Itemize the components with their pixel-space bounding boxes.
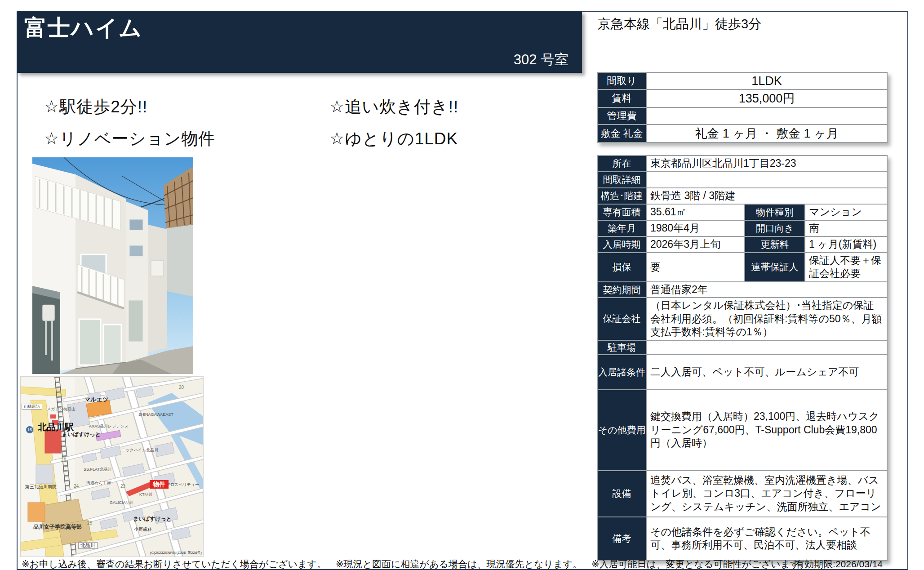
table-row: 契約期間 普通借家2年 — [597, 282, 887, 298]
map-label: 25 — [87, 521, 92, 525]
map-copyright: (C)2023ZENRIN(Z05E-第228号) — [150, 550, 202, 555]
property-flyer: 富士ハイム 302 号室 京急本線「北品川」徒歩3分 ☆駅徒歩2分!! ☆追い炊… — [0, 0, 924, 570]
disclaimer-text: ※お申し込み後、審査の結果お断りさせていただく場合がございます。 ※現況と図面に… — [22, 558, 809, 570]
row-label: 物件種別 — [745, 204, 805, 220]
row-label: 入居時期 — [597, 236, 646, 253]
map-label: 24 — [74, 484, 79, 489]
map-label: 山橋東詰 — [22, 404, 42, 410]
table-row: 損保 要 連帯保証人 保証人不要＋保証会社必要 — [597, 253, 887, 282]
map-label: 26 — [61, 458, 66, 463]
row-label: 敷金 礼金 — [597, 125, 646, 142]
map-label: 街道めん工房 — [86, 481, 111, 485]
row-value: 礼金 1 ヶ月 ・ 敷金 1 ヶ月 — [646, 125, 887, 142]
row-value: 二人入居可、ペット不可、ルームシェア不可 — [646, 355, 887, 390]
map-label: 小野歯科 — [134, 527, 152, 532]
row-value: 1LDK — [646, 72, 887, 89]
row-label: 賃料 — [597, 89, 646, 107]
room-number: 302 号室 — [514, 50, 569, 69]
map-label: メガロン御殿山 — [47, 407, 76, 411]
map-label: 北品川駅 — [38, 423, 74, 432]
table-row: 所在 東京都品川区北品川1丁目23-23 — [597, 156, 887, 172]
row-value — [646, 107, 887, 125]
property-marker-label: 物件 — [150, 480, 169, 489]
row-label: 駐車場 — [597, 340, 646, 355]
station-building — [45, 430, 61, 453]
row-value: 1 ヶ月(新賃料) — [805, 236, 887, 253]
gas-meter — [42, 305, 55, 321]
header: 富士ハイム 302 号室 — [17, 11, 582, 73]
expiry-date: 有効期限:2026/03/14 — [795, 558, 883, 570]
row-label: 契約期間 — [597, 282, 646, 298]
row-value — [646, 340, 887, 355]
table-row: 保証会社 （日本レンタル保証株式会社）･当社指定の保証会社利用必須。（初回保証料… — [597, 298, 887, 340]
table-row: 設備 追焚バス、浴室乾燥機、室内洗濯機置き場、バストイレ別、コンロ3口、エアコン… — [597, 471, 887, 517]
row-label: 間取詳細 — [597, 172, 646, 188]
table-row: 駐車場 — [597, 340, 887, 355]
row-value: 135,000円 — [646, 89, 887, 107]
row-value: マンション — [805, 204, 887, 220]
row-value: 保証人不要＋保証会社必要 — [805, 253, 887, 282]
row-label: 備考 — [597, 517, 646, 561]
table-row: 入居諸条件 二人入居可、ペット不可、ルームシェア不可 — [597, 355, 887, 390]
row-value: 追焚バス、浴室乾燥機、室内洗濯機置き場、バストイレ別、コンロ3口、エアコン付き、… — [646, 471, 887, 517]
road-sign-kitashinagawa: 北品川 — [78, 542, 98, 549]
table-row: 間取詳細 — [597, 172, 887, 188]
row-value: 1980年4月 — [646, 220, 745, 236]
map-label: マルエツ — [84, 396, 108, 402]
table-row: 間取り 1LDK — [597, 72, 887, 89]
map-label: SS.FLAT北品川 — [84, 468, 112, 472]
row-value — [646, 172, 887, 188]
table-row: 入居時期 2026年3月上旬 更新料 1 ヶ月(新賃料) — [597, 236, 887, 253]
table-row: 備考 その他諸条件を必ずご確認ください。ペット不可、事務所利用不可、民泊不可、法… — [597, 517, 887, 561]
map-label: AXAS品川レジデンス — [89, 424, 129, 428]
row-label: その他費用 — [597, 390, 646, 471]
row-label: 入居諸条件 — [597, 355, 646, 390]
table-row: 専有面積 35.61㎡ 物件種別 マンション — [597, 204, 887, 220]
building-photo-illustration — [32, 157, 193, 374]
highlight-1ldk: ☆ゆとりの1LDK — [329, 128, 458, 150]
row-label: 損保 — [597, 253, 646, 282]
row-label: 更新料 — [745, 236, 805, 253]
row-label: 所在 — [597, 156, 646, 172]
row-value: 普通借家2年 — [646, 282, 887, 298]
row-value: 鍵交換費用（入居時）23,100円、退去時ハウスクリーニング67,600円、T-… — [646, 390, 887, 471]
highlight-reheating-bath: ☆追い炊き付き!! — [329, 96, 458, 118]
row-label: 開口向き — [745, 220, 805, 236]
building-photo — [32, 157, 193, 374]
row-label: 構造･階建 — [597, 188, 646, 204]
row-value: 35.61㎡ — [646, 204, 745, 220]
side-structure — [166, 225, 193, 297]
svg-text:15: 15 — [27, 428, 32, 432]
row-label: 専有面積 — [597, 204, 646, 220]
map-label: 20 — [179, 385, 184, 390]
map-label: まいばすけっと — [133, 516, 172, 521]
row-value: （日本レンタル保証株式会社）･当社指定の保証会社利用必須。（初回保証料:賃料等の… — [646, 298, 887, 340]
row-label: 連帯保証人 — [745, 253, 805, 282]
map-label: SHINAGAWAEAST — [138, 413, 173, 417]
table-row: 構造･階建 鉄骨造 3階 / 3階建 — [597, 188, 887, 204]
table-row: 敷金 礼金 礼金 1 ヶ月 ・ 敷金 1 ヶ月 — [597, 125, 887, 142]
map-label: GALICIA品川 — [110, 501, 134, 505]
highlight-walk: ☆駅徒歩2分!! — [44, 96, 147, 118]
table-row: 賃料 135,000円 — [597, 89, 887, 107]
table-row: その他費用 鍵交換費用（入居時）23,100円、退去時ハウスクリーニング67,6… — [597, 390, 887, 471]
location-map: 15 北品川駅マルエツまいばすけっとまいばすけっと品川女子学院高等部第三北品川病… — [21, 377, 203, 557]
row-label: 管理費 — [597, 107, 646, 125]
row-label: 設備 — [597, 471, 646, 517]
map-label: KT品川 — [139, 493, 153, 497]
map-label: ニックハイム北品川 — [121, 448, 158, 452]
row-label: 保証会社 — [597, 298, 646, 340]
row-value: その他諸条件を必ずご確認ください。ペット不可、事務所利用不可、民泊不可、法人要相… — [646, 517, 887, 561]
price-table: 間取り 1LDK 賃料 135,000円 管理費 敷金 礼金 礼金 1 ヶ月 ・… — [597, 72, 888, 143]
row-value: 要 — [646, 253, 745, 282]
map-label: 第三北品川病院 — [25, 485, 57, 489]
map-label: 23 — [120, 484, 125, 489]
row-value: 東京都品川区北品川1丁目23-23 — [646, 156, 887, 172]
map-label: まいばすけっと — [62, 432, 101, 437]
highlight-renovation: ☆リノベーション物件 — [44, 128, 215, 150]
property-title: 富士ハイム — [24, 13, 143, 43]
row-value: 2026年3月上旬 — [646, 236, 745, 253]
row-label: 間取り — [597, 72, 646, 89]
detail-table: 所在 東京都品川区北品川1丁目23-23 間取詳細 構造･階建 鉄骨造 3階 /… — [597, 155, 888, 561]
table-row: 築年月 1980年4月 開口向き 南 — [597, 220, 887, 236]
